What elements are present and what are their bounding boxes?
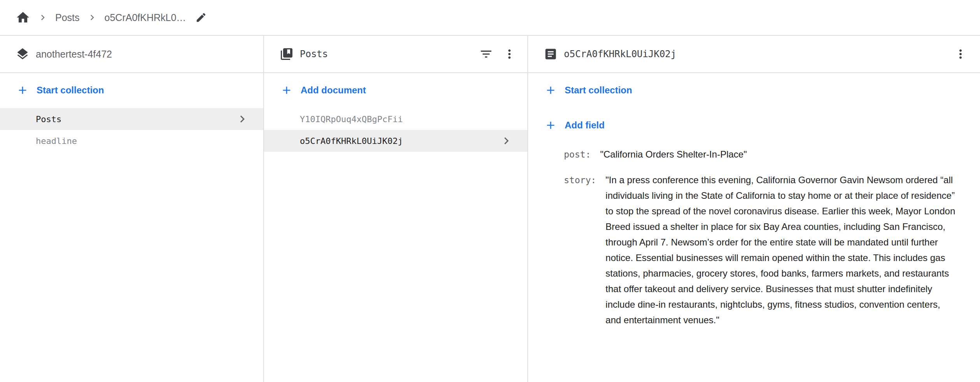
plus-icon xyxy=(16,84,29,96)
document-title: o5CrA0fKHRkL0UiJK02j xyxy=(564,49,676,60)
collection-name: Posts xyxy=(36,114,61,124)
add-document-label: Add document xyxy=(301,85,366,96)
add-field-label: Add field xyxy=(565,120,605,131)
collection-list-item-posts[interactable]: Posts xyxy=(0,108,263,130)
more-menu-icon[interactable] xyxy=(502,47,516,61)
document-panel-body: Start collection Add field post: "Califo… xyxy=(528,73,980,382)
edit-icon[interactable] xyxy=(195,12,207,23)
panels-container: anothertest-4f472 Start collection Posts xyxy=(0,36,980,382)
breadcrumb-item-posts[interactable]: Posts xyxy=(55,12,80,23)
add-document-button[interactable]: Add document xyxy=(264,79,527,102)
breadcrumb-chevron-icon xyxy=(87,12,98,23)
field-name: post: xyxy=(564,147,591,162)
chevron-right-icon xyxy=(499,134,513,148)
document-panel: o5CrA0fKHRkL0UiJK02j Start collection xyxy=(528,36,980,382)
document-list: Y10IQRpOuq4xQBgPcFii o5CrA0fKHRkL0UiJK02… xyxy=(264,108,527,152)
field-story[interactable]: story: "In a press conference this eveni… xyxy=(564,172,961,328)
database-panel-header: anothertest-4f472 xyxy=(0,36,263,73)
breadcrumb-item-document: o5CrA0fKHRkL0… xyxy=(105,12,186,23)
collection-icon xyxy=(280,47,294,61)
database-panel-body: Start collection Posts headline xyxy=(0,73,263,382)
plus-icon xyxy=(280,84,293,96)
start-collection-button[interactable]: Start collection xyxy=(528,79,980,102)
document-id: Y10IQRpOuq4xQBgPcFii xyxy=(300,114,403,124)
collection-title: Posts xyxy=(300,49,328,60)
collection-panel-header: Posts xyxy=(264,36,527,73)
collection-list: Posts headline xyxy=(0,108,263,152)
plus-icon xyxy=(544,84,557,96)
field-name: story: xyxy=(564,172,596,188)
document-icon xyxy=(544,47,558,61)
database-title: anothertest-4f472 xyxy=(36,49,112,60)
plus-icon xyxy=(544,119,557,131)
collection-list-item-headline[interactable]: headline xyxy=(0,130,263,152)
database-panel: anothertest-4f472 Start collection Posts xyxy=(0,36,264,382)
document-id: o5CrA0fKHRkL0UiJK02j xyxy=(300,136,403,146)
document-list-item-0[interactable]: Y10IQRpOuq4xQBgPcFii xyxy=(264,108,527,130)
document-list-item-1[interactable]: o5CrA0fKHRkL0UiJK02j xyxy=(264,130,527,152)
collection-name: headline xyxy=(36,136,77,146)
collection-panel: Posts Add document xyxy=(264,36,528,382)
database-icon xyxy=(16,47,30,61)
field-list: post: "California Orders Shelter-In-Plac… xyxy=(528,147,980,328)
field-value: "In a press conference this evening, Cal… xyxy=(606,172,957,328)
add-field-button[interactable]: Add field xyxy=(528,114,980,137)
home-icon[interactable] xyxy=(16,10,30,25)
collection-panel-body: Add document Y10IQRpOuq4xQBgPcFii o5CrA0… xyxy=(264,73,527,382)
breadcrumb: Posts o5CrA0fKHRkL0… xyxy=(0,0,980,36)
document-panel-header: o5CrA0fKHRkL0UiJK02j xyxy=(528,36,980,73)
more-menu-icon[interactable] xyxy=(954,47,968,61)
field-value: "California Orders Shelter-In-Place" xyxy=(600,147,747,162)
field-post[interactable]: post: "California Orders Shelter-In-Plac… xyxy=(564,147,961,162)
filter-icon[interactable] xyxy=(479,47,493,61)
start-collection-label: Start collection xyxy=(565,85,632,96)
start-collection-label: Start collection xyxy=(37,85,104,96)
firestore-data-viewer: Posts o5CrA0fKHRkL0… anothertest-4f472 xyxy=(0,0,980,382)
chevron-right-icon xyxy=(235,112,249,126)
breadcrumb-chevron-icon xyxy=(37,12,48,23)
start-collection-button[interactable]: Start collection xyxy=(0,79,263,102)
